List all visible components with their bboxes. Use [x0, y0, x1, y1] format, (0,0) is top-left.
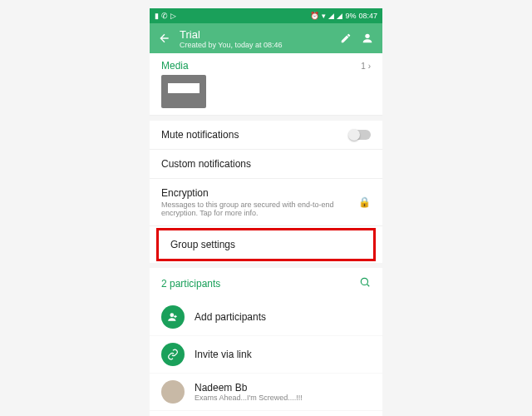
whatsapp-icon: ✆ — [161, 12, 168, 20]
svg-point-0 — [365, 34, 369, 38]
clock: 08:47 — [358, 12, 377, 20]
participant-status: Exams Ahead...I'm Screwed....!!! — [195, 394, 303, 402]
header: Trial Created by You, today at 08:46 — [150, 23, 382, 53]
lock-icon: 🔒 — [358, 196, 371, 208]
signal-icon: ◢ — [337, 12, 342, 20]
participant-row[interactable]: Nadeem Bb Exams Ahead...I'm Screwed....!… — [150, 374, 382, 411]
encryption-title: Encryption — [161, 187, 344, 199]
edit-icon[interactable] — [339, 32, 352, 45]
wifi-icon: ▾ — [322, 12, 326, 20]
mute-notifications-row[interactable]: Mute notifications — [150, 121, 382, 150]
group-title: Trial — [180, 28, 331, 41]
participants-header: 2 participants — [150, 268, 382, 299]
mute-toggle[interactable] — [349, 130, 371, 140]
participant-row[interactable]: You meandering Group Admin — [150, 411, 382, 416]
group-subtitle: Created by You, today at 08:46 — [180, 41, 331, 49]
encryption-row[interactable]: Encryption Messages to this group are se… — [150, 179, 382, 226]
media-section[interactable]: Media 1 › — [150, 53, 382, 116]
custom-notifications-row[interactable]: Custom notifications — [150, 150, 382, 179]
svg-point-2 — [170, 313, 175, 317]
status-left: ▮ ✆ ▷ — [155, 12, 176, 20]
invite-link-label: Invite via link — [195, 349, 252, 360]
encryption-sub: Messages to this group are secured with … — [161, 201, 344, 217]
signal-icon: ◢ — [328, 12, 334, 20]
media-count: 1 › — [361, 62, 371, 71]
add-participants-label: Add participants — [195, 311, 266, 323]
svg-point-1 — [361, 278, 367, 285]
alarm-icon: ⏰ — [310, 12, 319, 20]
search-icon[interactable] — [359, 276, 371, 290]
battery-icon: ▮ — [155, 12, 159, 20]
battery-percent: 9% — [345, 12, 356, 20]
app-screen: ▮ ✆ ▷ ⏰ ▾ ◢ ◢ 9% 08:47 Trial Created by … — [150, 8, 382, 416]
status-bar: ▮ ✆ ▷ ⏰ ▾ ◢ ◢ 9% 08:47 — [150, 8, 382, 23]
add-member-icon[interactable] — [361, 32, 374, 45]
link-icon — [161, 343, 185, 366]
play-icon: ▷ — [170, 12, 176, 20]
add-person-icon — [161, 305, 185, 329]
avatar — [161, 380, 185, 404]
media-label: Media — [161, 60, 189, 72]
participant-name: Nadeem Bb — [195, 382, 303, 394]
mute-label: Mute notifications — [161, 129, 239, 141]
media-thumbnail[interactable] — [161, 75, 206, 108]
invite-link-row[interactable]: Invite via link — [150, 336, 382, 374]
custom-label: Custom notifications — [161, 158, 251, 170]
group-settings-highlight: Group settings — [156, 228, 376, 261]
group-settings-label: Group settings — [170, 239, 235, 250]
header-title[interactable]: Trial Created by You, today at 08:46 — [180, 28, 331, 49]
back-icon[interactable] — [158, 32, 171, 45]
add-participants-row[interactable]: Add participants — [150, 299, 382, 336]
status-right: ⏰ ▾ ◢ ◢ 9% 08:47 — [310, 12, 377, 20]
group-settings-row[interactable]: Group settings — [159, 230, 373, 259]
participants-count: 2 participants — [161, 278, 220, 290]
